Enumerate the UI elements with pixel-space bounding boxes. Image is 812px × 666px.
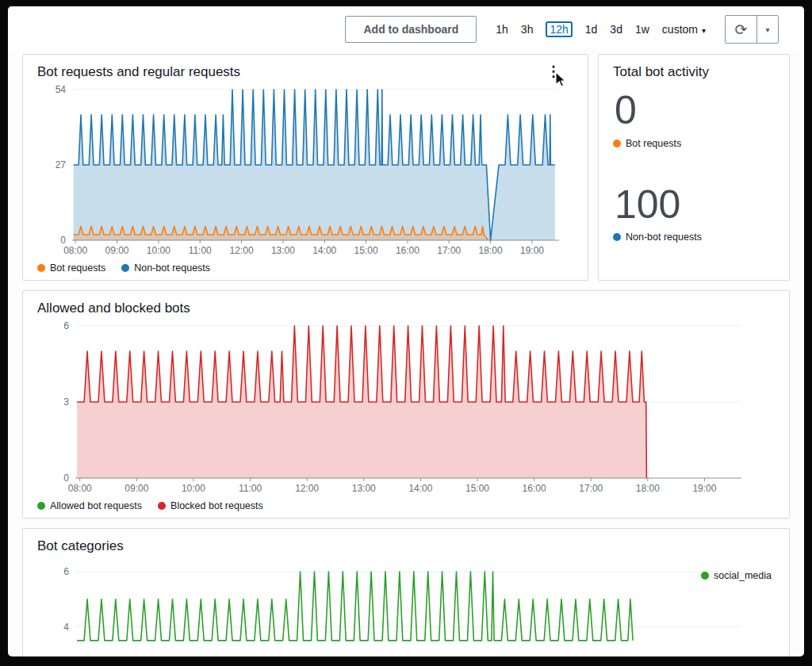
refresh-button[interactable]: ⟳ <box>726 16 757 43</box>
legend-dot-red <box>158 502 166 510</box>
x-axis-tick-label: 14:00 <box>312 245 336 256</box>
dashboard-screen: Add to dashboard 1h 3h 12h 1d 3d 1w cust… <box>8 6 804 656</box>
y-axis-tick-label: 4 <box>63 622 69 633</box>
x-axis-tick-label: 16:00 <box>396 245 419 256</box>
metric-legend: Bot requests <box>613 138 775 149</box>
y-axis-tick-label: 6 <box>63 320 69 331</box>
mouse-cursor-icon <box>555 71 567 88</box>
x-axis-tick-label: 09:00 <box>105 245 129 256</box>
legend-label: Bot requests <box>50 262 105 274</box>
x-axis-tick-label: 10:00 <box>182 483 205 494</box>
legend-label: Bot requests <box>626 138 681 149</box>
y-axis-tick-label: 0 <box>63 473 69 484</box>
chart-legend: Allowed bot requests Blocked bot request… <box>37 500 775 511</box>
x-axis-tick-label: 09:00 <box>124 483 148 494</box>
time-range-1h[interactable]: 1h <box>496 23 508 36</box>
time-range-3d[interactable]: 3d <box>610 23 622 36</box>
panel-header: Bot requests and regular requests ⋮ <box>37 64 573 82</box>
legend-label: Non-bot requests <box>134 262 210 274</box>
legend-item-blocked[interactable]: Blocked bot requests <box>158 500 263 511</box>
toolbar: Add to dashboard 1h 3h 12h 1d 3d 1w cust… <box>8 6 804 49</box>
legend-dot-green <box>701 572 709 580</box>
panel-title: Allowed and blocked bots <box>37 300 775 316</box>
x-axis-tick-label: 12:00 <box>295 483 319 494</box>
time-range-3h[interactable]: 3h <box>521 23 534 36</box>
panel-title: Total bot activity <box>613 64 775 80</box>
y-axis-tick-label: 6 <box>63 566 69 577</box>
legend-dot-blue <box>613 233 621 241</box>
panel-total-bot-activity: Total bot activity 0 Bot requests 100 No… <box>598 54 790 281</box>
x-axis-tick-label: 15:00 <box>354 245 378 256</box>
x-axis-tick-label: 17:00 <box>579 483 603 494</box>
legend-item-bot-requests[interactable]: Bot requests <box>613 138 681 149</box>
time-range-custom[interactable]: custom▾ <box>662 23 706 36</box>
series-line <box>77 572 633 641</box>
x-axis-tick-label: 14:00 <box>408 483 432 494</box>
x-axis-tick-label: 18:00 <box>636 483 660 494</box>
metric-non-bot-requests: 100 Non-bot requests <box>613 176 775 243</box>
chart-legend: Bot requests Non-bot requests <box>37 262 573 274</box>
x-axis-tick-label: 08:00 <box>63 245 87 256</box>
legend-dot-green <box>37 502 45 510</box>
x-axis-tick-label: 12:00 <box>230 245 254 256</box>
panel-title: Bot requests and regular requests <box>37 64 240 80</box>
legend-dot-orange <box>613 140 621 147</box>
time-range-1d[interactable]: 1d <box>585 23 598 36</box>
x-axis-tick-label: 17:00 <box>437 245 461 256</box>
x-axis-tick-label: 10:00 <box>147 245 170 256</box>
metric-value-bot-requests: 0 <box>615 90 775 132</box>
caret-down-icon: ▾ <box>702 26 706 35</box>
x-axis-tick-label: 19:00 <box>520 245 544 256</box>
add-to-dashboard-button[interactable]: Add to dashboard <box>345 16 477 43</box>
legend-dot-blue <box>121 264 129 272</box>
legend-label: Non-bot requests <box>626 232 702 243</box>
chart-allowed-blocked[interactable]: 03608:0009:0010:0011:0012:0013:0014:0015… <box>37 320 776 499</box>
x-axis-tick-label: 19:00 <box>692 483 716 494</box>
x-axis-tick-label: 13:00 <box>352 483 376 494</box>
time-range-selector: 1h 3h 12h 1d 3d 1w custom▾ <box>496 21 706 37</box>
legend-item-non-bot-requests[interactable]: Non-bot requests <box>613 232 702 243</box>
x-axis-tick-label: 16:00 <box>523 483 546 494</box>
refresh-icon: ⟳ <box>735 21 748 38</box>
chart-legend: social_media <box>701 570 772 581</box>
legend-label: Blocked bot requests <box>170 500 263 511</box>
y-axis-tick-label: 27 <box>56 159 67 170</box>
legend-label: social_media <box>714 570 772 581</box>
chart-bot-requests[interactable]: 0275408:0009:0010:0011:0012:0013:0014:00… <box>37 85 573 261</box>
panel-allowed-blocked: Allowed and blocked bots 03608:0009:0010… <box>22 290 790 519</box>
legend-item-bot-requests[interactable]: Bot requests <box>37 262 105 274</box>
y-axis-tick-label: 3 <box>63 396 69 408</box>
row-bottom: Bot categories social_media 46 <box>22 528 790 656</box>
legend-item-non-bot-requests[interactable]: Non-bot requests <box>121 262 210 274</box>
row-top: Bot requests and regular requests ⋮ 0275… <box>22 54 790 281</box>
panel-bot-requests: Bot requests and regular requests ⋮ 0275… <box>22 54 588 281</box>
caret-down-icon: ▾ <box>765 25 769 34</box>
x-axis-tick-label: 15:00 <box>465 483 489 494</box>
x-axis-tick-label: 13:00 <box>271 245 295 256</box>
time-range-12h-selected[interactable]: 12h <box>546 21 572 37</box>
y-axis-tick-label: 54 <box>56 85 67 95</box>
x-axis-tick-label: 08:00 <box>68 483 92 494</box>
time-range-1w[interactable]: 1w <box>635 23 649 36</box>
x-axis-tick-label: 11:00 <box>239 483 262 494</box>
legend-item-allowed[interactable]: Allowed bot requests <box>37 500 142 511</box>
refresh-options-button[interactable]: ▾ <box>757 16 778 43</box>
legend-dot-orange <box>37 264 45 272</box>
panel-bot-categories: Bot categories social_media 46 <box>22 528 790 656</box>
x-axis-tick-label: 11:00 <box>189 245 212 256</box>
time-range-custom-label: custom <box>662 23 698 36</box>
legend-item-social-media[interactable]: social_media <box>701 570 772 581</box>
toolbar-controls: Add to dashboard 1h 3h 12h 1d 3d 1w cust… <box>345 15 779 44</box>
refresh-split-button: ⟳ ▾ <box>725 15 779 44</box>
chart-bot-categories[interactable]: 46 <box>37 557 776 656</box>
row-middle: Allowed and blocked bots 03608:0009:0010… <box>22 290 790 519</box>
metric-legend: Non-bot requests <box>613 232 775 243</box>
x-axis-tick-label: 18:00 <box>479 245 503 256</box>
legend-label: Allowed bot requests <box>50 500 142 511</box>
metric-bot-requests: 0 Bot requests <box>613 82 775 149</box>
panel-title: Bot categories <box>37 538 775 554</box>
metric-value-non-bot-requests: 100 <box>615 184 775 226</box>
y-axis-tick-label: 0 <box>60 235 66 246</box>
